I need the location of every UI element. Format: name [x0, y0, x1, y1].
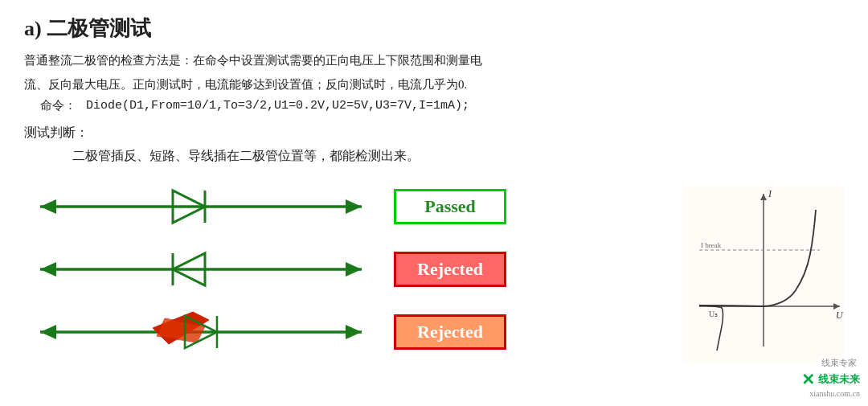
diagram-row-2: Rejected — [24, 240, 667, 298]
svg-marker-11 — [40, 325, 56, 339]
svg-marker-1 — [40, 199, 56, 214]
paragraph2: 流、反向最大电压。正向测试时，电流能够达到设置值；反向测试时，电流几乎为0. — [24, 75, 844, 96]
command-row: 命令： Diode(D1,From=10/1,To=3/2,U1=0.2V,U2… — [40, 98, 844, 113]
badge-area-1: Passed — [386, 189, 514, 224]
detection-text: 二极管插反、短路、导线插在二极管位置等，都能检测出来。 — [72, 148, 844, 165]
paragraph1: 普通整流二极管的检查方法是：在命令中设置测试需要的正向电压上下限范围和测量电 — [24, 51, 844, 72]
watermark: 线束专家 ✕ 线束未来 xianshu.com.cn — [801, 356, 860, 398]
diode-diagram-3 — [24, 304, 378, 360]
status-badge-3: Rejected — [394, 314, 506, 350]
diagram-row-1: Passed — [24, 178, 667, 236]
iv-chart: U I U₃ I break — [683, 186, 844, 363]
svg-marker-2 — [346, 199, 362, 214]
svg-marker-6 — [40, 262, 56, 277]
command-label: 命令： — [40, 98, 76, 113]
command-code: Diode(D1,From=10/1,To=3/2,U1=0.2V,U2=5V,… — [86, 99, 469, 113]
diagrams-area: Passed — [24, 178, 844, 363]
diagram-row-3: Rejected — [24, 303, 667, 361]
watermark-text1: 线束专家 — [821, 358, 857, 367]
page-container: a) 二极管测试 普通整流二极管的检查方法是：在命令中设置测试需要的正向电压上下… — [0, 0, 868, 406]
badge-area-3: Rejected — [386, 314, 514, 350]
section-label: 测试判断： — [24, 125, 844, 141]
watermark-brand: ✕ 线束未来 — [801, 370, 860, 389]
title-row: a) 二极管测试 — [24, 14, 844, 43]
watermark-icon: ✕ — [801, 370, 815, 389]
status-badge-2: Rejected — [394, 252, 506, 287]
left-diagrams: Passed — [24, 178, 667, 361]
diode-diagram-2 — [24, 241, 378, 297]
status-badge-1: Passed — [394, 189, 506, 224]
watermark-label: 线束专家 — [818, 356, 860, 370]
svg-text:I break: I break — [701, 241, 722, 249]
badge-area-2: Rejected — [386, 252, 514, 287]
diode-diagram-1 — [24, 178, 378, 235]
svg-marker-7 — [346, 262, 362, 277]
watermark-url: xianshu.com.cn — [809, 389, 860, 398]
svg-marker-12 — [346, 325, 362, 339]
svg-text:U: U — [836, 310, 844, 321]
svg-text:U₃: U₃ — [709, 310, 718, 318]
page-title: a) 二极管测试 — [24, 14, 151, 43]
watermark-text2: 线束未来 — [818, 372, 860, 387]
